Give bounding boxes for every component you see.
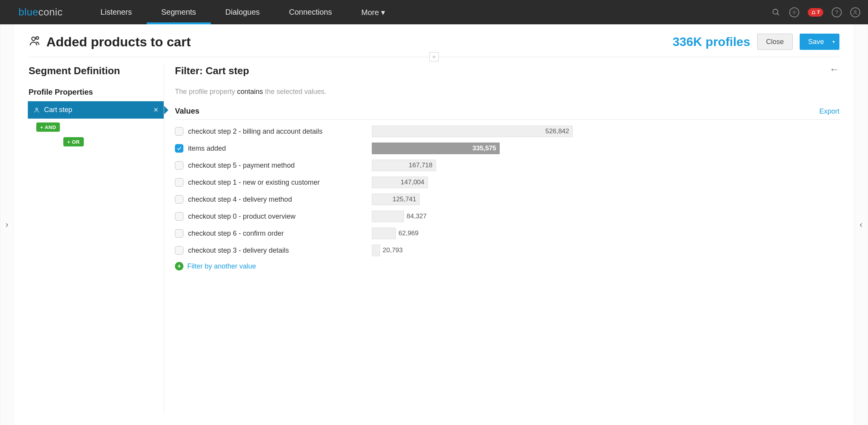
value-checkbox[interactable] — [175, 246, 183, 255]
value-left: checkout step 5 - payment method — [175, 161, 372, 170]
value-bar-area: 84,327 — [372, 211, 573, 222]
value-checkbox[interactable] — [175, 195, 183, 204]
value-row: checkout step 0 - product overview84,327 — [175, 210, 839, 223]
value-count: 147,004 — [401, 178, 424, 186]
add-and-condition[interactable]: + AND — [36, 122, 60, 132]
value-count: 125,741 — [393, 196, 416, 203]
filter-another-label: Filter by another value — [187, 262, 256, 270]
value-left: checkout step 2 - billing and account de… — [175, 127, 372, 136]
values-header: Values Export — [175, 107, 839, 120]
value-bar[interactable]: 526,842 — [372, 126, 573, 137]
back-arrow-icon[interactable]: ← — [829, 63, 839, 75]
value-row: checkout step 2 - billing and account de… — [175, 125, 839, 138]
value-left: items added — [175, 144, 372, 153]
value-row: items added335,575 — [175, 142, 839, 155]
value-left: checkout step 6 - confirm order — [175, 229, 372, 238]
top-navbar: blueconic ListenersSegmentsDialoguesConn… — [0, 0, 868, 24]
value-count: 167,718 — [409, 162, 432, 169]
notification-pill[interactable]: 7 — [808, 8, 823, 17]
search-icon[interactable] — [771, 8, 781, 17]
value-bar-area: 167,718 — [372, 160, 573, 171]
columns: Segment Definition Profile Properties Ca… — [29, 65, 839, 412]
value-bar[interactable]: 125,741 — [372, 194, 420, 205]
nav-tab-segments[interactable]: Segments — [147, 0, 211, 24]
value-label: checkout step 0 - product overview — [188, 212, 295, 221]
value-row: checkout step 4 - delivery method125,741 — [175, 193, 839, 206]
chevron-right-icon: › — [5, 220, 8, 230]
value-bar[interactable]: 147,004 — [372, 177, 428, 188]
content-area: Added products to cart 336K profiles Clo… — [14, 24, 854, 425]
chevron-left-icon: ‹ — [860, 220, 862, 230]
value-row: checkout step 1 - new or existing custom… — [175, 176, 839, 189]
value-checkbox[interactable] — [175, 161, 183, 170]
page-wrap: › ‹ Added products to cart 336K profiles… — [0, 24, 868, 425]
value-bar[interactable]: 84,327 — [372, 211, 404, 222]
value-label: checkout step 4 - delivery method — [188, 196, 292, 204]
value-row: checkout step 6 - confirm order62,969 — [175, 227, 839, 240]
value-count: 335,575 — [473, 144, 496, 152]
value-checkbox[interactable] — [175, 127, 183, 136]
value-bar[interactable]: 20,793 — [372, 245, 380, 256]
property-chip-cart-step[interactable]: Cart step ✕ — [28, 101, 164, 119]
value-checkbox[interactable] — [175, 212, 183, 221]
add-or-condition[interactable]: + OR — [63, 137, 84, 146]
profiles-count[interactable]: 336K profiles — [673, 35, 750, 49]
value-label: checkout step 2 - billing and account de… — [188, 128, 322, 136]
value-count: 84,327 — [407, 212, 427, 220]
add-panel-button[interactable]: ＋ — [429, 52, 439, 61]
value-label: checkout step 3 - delivery details — [188, 246, 289, 255]
filter-desc-pre: The profile property — [175, 88, 237, 95]
panel-expand-left[interactable]: › — [0, 24, 14, 425]
property-chip-remove-icon[interactable]: ✕ — [153, 106, 158, 114]
segment-definition-heading: Segment Definition — [29, 65, 156, 77]
values-heading: Values — [175, 107, 199, 116]
value-checkbox[interactable] — [175, 178, 183, 187]
value-bar-area: 125,741 — [372, 194, 573, 205]
segment-definition-panel: Segment Definition Profile Properties Ca… — [29, 65, 164, 412]
value-bar[interactable]: 335,575 — [372, 143, 500, 154]
nav-right-icons: 7 ? — [771, 7, 860, 17]
help-icon[interactable]: ? — [832, 7, 842, 17]
value-left: checkout step 4 - delivery method — [175, 195, 372, 204]
user-icon[interactable] — [850, 7, 860, 17]
person-icon — [33, 107, 40, 114]
export-link[interactable]: Export — [819, 107, 839, 116]
brand-part-conic: conic — [38, 6, 63, 18]
property-chip-label: Cart step — [44, 106, 72, 114]
value-label: items added — [188, 144, 226, 153]
value-bar-area: 20,793 — [372, 245, 573, 256]
gear-icon[interactable] — [789, 7, 799, 17]
save-button[interactable]: Save — [800, 34, 839, 50]
svg-point-4 — [32, 37, 35, 41]
filter-desc-contains[interactable]: contains — [237, 88, 263, 95]
value-label: checkout step 6 - confirm order — [188, 230, 284, 238]
segment-title: Added products to cart — [46, 34, 191, 49]
value-bar-area: 62,969 — [372, 228, 573, 239]
close-button[interactable]: Close — [757, 34, 793, 50]
value-row: checkout step 3 - delivery details20,793 — [175, 244, 839, 257]
nav-tab-listeners[interactable]: Listeners — [86, 0, 146, 24]
value-row: checkout step 5 - payment method167,718 — [175, 159, 839, 172]
brand-logo: blueconic — [19, 6, 63, 18]
filter-desc-post: the selected values. — [263, 88, 326, 95]
value-bar-area: 147,004 — [372, 177, 573, 188]
value-bar-area: 526,842 — [372, 126, 573, 137]
segment-header: Added products to cart 336K profiles Clo… — [29, 34, 839, 57]
plus-circle-icon: + — [175, 262, 183, 270]
value-bar[interactable]: 167,718 — [372, 160, 436, 171]
nav-tab-more-[interactable]: More ▾ — [347, 0, 400, 24]
value-checkbox[interactable] — [175, 144, 183, 153]
value-label: checkout step 5 - payment method — [188, 162, 295, 170]
value-count: 62,969 — [398, 230, 419, 237]
value-bar[interactable]: 62,969 — [372, 228, 396, 239]
svg-line-1 — [777, 13, 779, 15]
nav-tab-connections[interactable]: Connections — [275, 0, 347, 24]
filter-by-another-value[interactable]: +Filter by another value — [175, 262, 839, 270]
nav-tab-dialogues[interactable]: Dialogues — [211, 0, 275, 24]
panel-expand-right[interactable]: ‹ — [854, 24, 868, 425]
svg-point-5 — [36, 37, 39, 39]
value-checkbox[interactable] — [175, 229, 183, 238]
svg-point-2 — [793, 12, 795, 13]
value-label: checkout step 1 - new or existing custom… — [188, 178, 320, 187]
svg-point-0 — [773, 9, 778, 14]
